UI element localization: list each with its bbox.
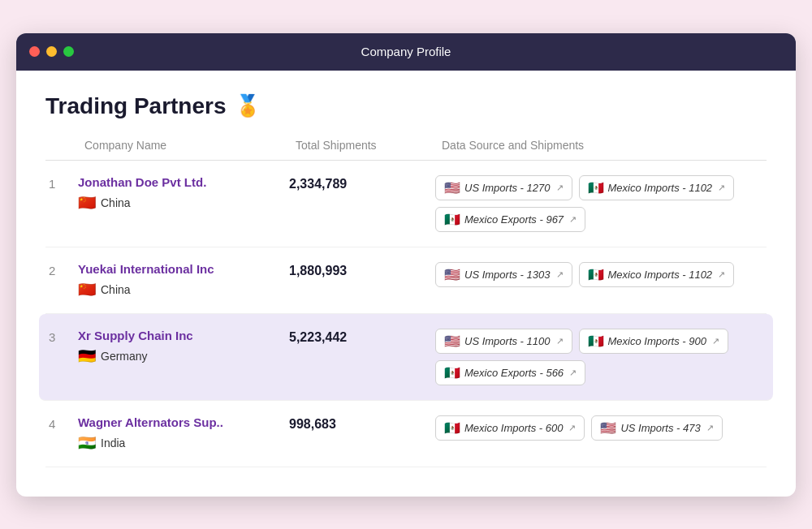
source-label: Mexico Exports - 967 <box>464 213 564 226</box>
row-number: 3 <box>45 329 78 344</box>
country-flag: 🇩🇪 <box>78 347 96 365</box>
company-name[interactable]: Yuekai International Inc <box>78 262 289 276</box>
row-number: 2 <box>45 262 78 277</box>
external-link-icon: ↗ <box>718 269 725 280</box>
page-title-text: Trading Partners <box>45 93 227 119</box>
source-badge[interactable]: 🇺🇸US Imports - 1100↗ <box>435 329 572 354</box>
country-name: China <box>101 283 131 296</box>
country-name: Germany <box>101 350 148 363</box>
source-label: Mexico Imports - 1102 <box>608 269 713 281</box>
external-link-icon: ↗ <box>712 336 719 346</box>
table-row: 1Jonathan Doe Pvt Ltd.🇨🇳China2,334,789🇺🇸… <box>45 161 767 247</box>
external-link-icon: ↗ <box>706 423 714 433</box>
source-flag: 🇲🇽 <box>444 365 460 381</box>
source-flag: 🇲🇽 <box>588 267 604 282</box>
country-flag: 🇮🇳 <box>78 434 96 452</box>
row-number: 4 <box>45 415 78 431</box>
source-label: Mexico Imports - 600 <box>464 422 563 434</box>
titlebar: Company Profile <box>16 33 796 71</box>
company-info: Jonathan Doe Pvt Ltd.🇨🇳China <box>78 175 289 212</box>
source-flag: 🇺🇸 <box>444 180 460 196</box>
company-info: Yuekai International Inc🇨🇳China <box>78 262 289 299</box>
external-link-icon: ↗ <box>556 336 564 346</box>
header-shipments: Total Shipments <box>289 139 435 152</box>
source-flag: 🇲🇽 <box>444 420 460 436</box>
external-link-icon: ↗ <box>569 214 577 225</box>
source-label: Mexico Imports - 900 <box>608 335 706 347</box>
source-flag: 🇲🇽 <box>588 333 604 349</box>
company-name[interactable]: Jonathan Doe Pvt Ltd. <box>78 175 289 189</box>
page-title: Trading Partners 🏅 <box>45 93 767 119</box>
company-country: 🇩🇪Germany <box>78 347 289 365</box>
data-sources: 🇲🇽Mexico Imports - 600↗🇺🇸US Imports - 47… <box>435 415 767 441</box>
close-button[interactable] <box>29 46 40 57</box>
external-link-icon: ↗ <box>568 423 576 433</box>
source-label: US Imports - 1270 <box>464 182 551 194</box>
external-link-icon: ↗ <box>556 269 564 280</box>
shipment-count: 5,223,442 <box>289 329 435 345</box>
table-row: 3Xr Supply Chain Inc🇩🇪Germany5,223,442🇺🇸… <box>39 314 773 401</box>
source-badge[interactable]: 🇲🇽Mexico Imports - 600↗ <box>435 415 585 441</box>
company-info: Wagner Alternators Sup..🇮🇳India <box>78 415 289 452</box>
source-flag: 🇲🇽 <box>588 180 604 196</box>
medal-icon: 🏅 <box>235 93 261 118</box>
country-name: India <box>101 437 125 449</box>
external-link-icon: ↗ <box>569 368 577 378</box>
source-badge[interactable]: 🇲🇽Mexico Imports - 1102↗ <box>579 175 735 200</box>
external-link-icon: ↗ <box>556 183 564 193</box>
table-header: Company Name Total Shipments Data Source… <box>45 139 767 161</box>
table-row: 2Yuekai International Inc🇨🇳China1,880,99… <box>45 247 767 314</box>
source-badge[interactable]: 🇲🇽Mexico Imports - 900↗ <box>579 329 728 354</box>
company-country: 🇨🇳China <box>78 194 289 212</box>
source-label: Mexico Exports - 566 <box>464 367 564 379</box>
header-company: Company Name <box>78 139 289 152</box>
shipment-count: 2,334,789 <box>289 175 435 191</box>
source-label: Mexico Imports - 1102 <box>608 182 713 194</box>
app-window: Company Profile Trading Partners 🏅 Compa… <box>16 33 796 497</box>
data-sources: 🇺🇸US Imports - 1303↗🇲🇽Mexico Imports - 1… <box>435 262 767 287</box>
traffic-lights <box>29 46 74 57</box>
window-title: Company Profile <box>361 45 451 58</box>
data-sources: 🇺🇸US Imports - 1100↗🇲🇽Mexico Imports - 9… <box>435 329 767 385</box>
source-flag: 🇺🇸 <box>444 333 460 349</box>
main-content: Trading Partners 🏅 Company Name Total Sh… <box>16 71 796 497</box>
country-name: China <box>101 196 131 209</box>
header-number <box>45 139 78 152</box>
source-flag: 🇲🇽 <box>444 212 460 227</box>
company-country: 🇨🇳China <box>78 281 289 299</box>
company-name[interactable]: Wagner Alternators Sup.. <box>78 415 289 429</box>
shipment-count: 998,683 <box>289 415 435 432</box>
source-flag: 🇺🇸 <box>600 420 616 436</box>
source-label: US Imports - 1303 <box>464 269 551 281</box>
country-flag: 🇨🇳 <box>78 281 96 299</box>
shipment-count: 1,880,993 <box>289 262 435 278</box>
company-info: Xr Supply Chain Inc🇩🇪Germany <box>78 329 289 365</box>
data-sources: 🇺🇸US Imports - 1270↗🇲🇽Mexico Imports - 1… <box>435 175 767 232</box>
source-label: US Imports - 473 <box>620 422 700 434</box>
external-link-icon: ↗ <box>718 183 725 193</box>
maximize-button[interactable] <box>63 46 74 57</box>
source-badge[interactable]: 🇺🇸US Imports - 1303↗ <box>435 262 572 287</box>
company-country: 🇮🇳India <box>78 434 289 452</box>
company-name[interactable]: Xr Supply Chain Inc <box>78 329 289 342</box>
table-row: 4Wagner Alternators Sup..🇮🇳India998,683🇲… <box>45 401 767 467</box>
source-badge[interactable]: 🇲🇽Mexico Exports - 967↗ <box>435 207 585 232</box>
row-number: 1 <box>45 175 78 191</box>
header-sources: Data Source and Shipments <box>435 139 767 152</box>
source-flag: 🇺🇸 <box>444 267 460 282</box>
source-label: US Imports - 1100 <box>464 335 551 347</box>
source-badge[interactable]: 🇺🇸US Imports - 1270↗ <box>435 175 572 200</box>
minimize-button[interactable] <box>46 46 57 57</box>
country-flag: 🇨🇳 <box>78 194 96 212</box>
table-body: 1Jonathan Doe Pvt Ltd.🇨🇳China2,334,789🇺🇸… <box>45 161 767 467</box>
source-badge[interactable]: 🇲🇽Mexico Imports - 1102↗ <box>579 262 735 287</box>
source-badge[interactable]: 🇺🇸US Imports - 473↗ <box>591 415 722 441</box>
source-badge[interactable]: 🇲🇽Mexico Exports - 566↗ <box>435 360 585 385</box>
